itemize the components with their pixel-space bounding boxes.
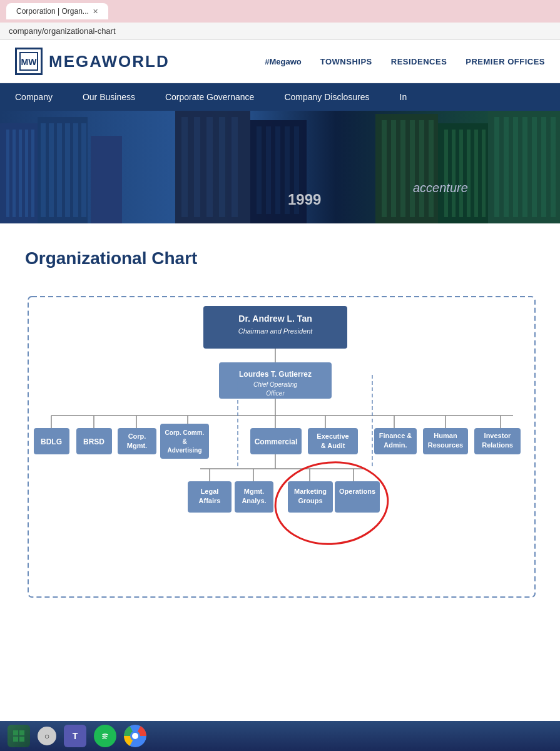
svg-rect-46: [513, 117, 518, 217]
svg-rect-38: [452, 130, 456, 217]
svg-rect-6: [19, 130, 22, 217]
svg-text:accenture: accenture: [413, 181, 468, 195]
svg-rect-40: [467, 130, 471, 217]
svg-rect-50: [551, 117, 556, 217]
address-text: company/organizational-chart: [9, 26, 116, 36]
svg-text:Legal: Legal: [201, 488, 219, 495]
nav-company[interactable]: Company: [0, 83, 68, 111]
svg-rect-31: [391, 120, 396, 217]
svg-rect-26: [275, 126, 280, 214]
svg-rect-115: [335, 481, 380, 513]
svg-text:&: &: [182, 438, 186, 445]
secondary-nav: Company Our Business Corporate Governanc…: [0, 83, 560, 111]
svg-rect-41: [474, 130, 478, 217]
svg-rect-19: [194, 117, 200, 217]
svg-rect-45: [504, 117, 509, 217]
svg-rect-5: [13, 130, 16, 217]
browser-tab[interactable]: Corporation | Organ... ✕: [6, 3, 108, 19]
address-bar[interactable]: company/organizational-chart: [0, 23, 560, 40]
svg-text:Mgmt.: Mgmt.: [127, 442, 147, 449]
svg-text:Corp.: Corp.: [128, 432, 146, 440]
logo-box: MW: [15, 48, 43, 75]
svg-text:Admin.: Admin.: [384, 441, 407, 449]
page-title: Organizational Chart: [25, 248, 535, 268]
brand-name: MEGAWORLD: [49, 52, 170, 71]
svg-rect-42: [482, 130, 486, 217]
svg-text:BDLG: BDLG: [41, 437, 62, 446]
svg-rect-25: [266, 126, 271, 214]
svg-text:Lourdes T. Gutierrez: Lourdes T. Gutierrez: [239, 370, 312, 379]
svg-rect-11: [49, 123, 54, 217]
svg-rect-10: [41, 123, 46, 217]
svg-text:BRSD: BRSD: [83, 437, 104, 446]
top-nav-links: #Megawo TOWNSHIPS RESIDENCES PREMIER OFF…: [265, 57, 545, 66]
svg-rect-22: [232, 117, 238, 217]
svg-rect-7: [25, 130, 28, 217]
tab-label: Corporation | Organ...: [16, 7, 89, 16]
svg-rect-47: [522, 117, 527, 217]
svg-text:Groups: Groups: [298, 497, 322, 504]
svg-text:Investor: Investor: [484, 432, 512, 439]
nav-premier-offices[interactable]: PREMIER OFFICES: [466, 57, 545, 66]
browser-tab-bar: Corporation | Organ... ✕: [0, 0, 560, 23]
svg-rect-44: [494, 117, 499, 217]
svg-text:Commercial: Commercial: [255, 437, 298, 446]
svg-rect-24: [257, 126, 262, 214]
nav-residences[interactable]: RESIDENCES: [391, 57, 447, 66]
nav-company-disclosures[interactable]: Company Disclosures: [269, 83, 384, 111]
svg-text:Operations: Operations: [339, 488, 375, 495]
hashtag-text: #Megawo: [265, 57, 302, 66]
svg-rect-18: [181, 117, 188, 217]
nav-our-business[interactable]: Our Business: [68, 83, 150, 111]
svg-rect-12: [57, 123, 62, 217]
nav-townships[interactable]: TOWNSHIPS: [320, 57, 372, 66]
svg-text:MW: MW: [21, 57, 38, 67]
brand-logo[interactable]: MW MEGAWORLD: [15, 48, 170, 75]
svg-rect-39: [459, 130, 463, 217]
tab-close-button[interactable]: ✕: [93, 8, 98, 16]
svg-text:Chairman and President: Chairman and President: [238, 327, 313, 335]
svg-text:Analys.: Analys.: [242, 497, 266, 504]
svg-rect-32: [400, 120, 405, 217]
svg-rect-14: [73, 123, 78, 217]
svg-text:Relations: Relations: [482, 441, 513, 449]
svg-text:Marketing: Marketing: [294, 488, 327, 495]
hero-image: accenture 1999: [0, 111, 560, 223]
svg-rect-16: [91, 136, 122, 223]
org-chart-container: Dr. Andrew L. Tan Chairman and President…: [25, 294, 535, 606]
svg-text:1999: 1999: [288, 191, 321, 208]
svg-text:Affairs: Affairs: [199, 497, 221, 504]
svg-rect-37: [444, 130, 448, 217]
nav-corporate-governance[interactable]: Corporate Governance: [150, 83, 269, 111]
brand-bar: MW MEGAWORLD #Megawo TOWNSHIPS RESIDENCE…: [0, 40, 560, 83]
svg-rect-8: [31, 130, 34, 217]
svg-text:Corp. Comm.: Corp. Comm.: [165, 429, 205, 436]
svg-rect-21: [219, 117, 225, 217]
nav-more[interactable]: In: [385, 83, 422, 111]
svg-text:Executive: Executive: [317, 432, 349, 440]
svg-text:Resources: Resources: [428, 441, 463, 449]
svg-text:& Audit: & Audit: [321, 442, 345, 449]
svg-text:Human: Human: [434, 432, 457, 439]
svg-text:Advertising: Advertising: [167, 447, 201, 454]
svg-text:Officer: Officer: [266, 390, 285, 397]
svg-text:Mgmt.: Mgmt.: [244, 488, 264, 495]
main-content: Organizational Chart Dr. Andrew L. Tan C…: [0, 223, 560, 644]
svg-text:Dr. Andrew L. Tan: Dr. Andrew L. Tan: [238, 314, 312, 324]
svg-rect-13: [65, 123, 70, 217]
svg-rect-20: [206, 117, 213, 217]
svg-rect-48: [532, 117, 537, 217]
svg-text:Chief Operating: Chief Operating: [253, 381, 297, 388]
svg-rect-15: [81, 123, 86, 217]
svg-rect-49: [541, 117, 546, 217]
svg-rect-35: [429, 120, 434, 217]
svg-text:Finance &: Finance &: [379, 432, 412, 439]
svg-rect-30: [382, 120, 387, 217]
svg-rect-4: [6, 130, 9, 217]
svg-rect-33: [410, 120, 415, 217]
svg-rect-34: [419, 120, 424, 217]
